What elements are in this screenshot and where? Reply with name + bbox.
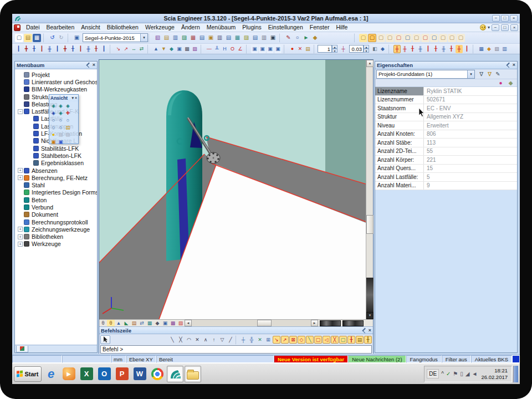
toolbar-icon[interactable]: ▧ xyxy=(154,34,162,42)
scrollbar-thumb[interactable] xyxy=(257,320,272,326)
tree-item[interactable]: Projekt xyxy=(15,71,97,78)
taskbar-item-explorer[interactable] xyxy=(185,366,201,382)
tray-icon[interactable]: ⚑ xyxy=(453,371,458,377)
toolbar-icon[interactable]: ┃ xyxy=(54,45,61,53)
toolbar-icon[interactable]: ▦ xyxy=(233,34,242,42)
mdi-restore-button[interactable]: □ xyxy=(501,24,509,31)
view-tool-icon[interactable]: ○ xyxy=(50,117,57,124)
view-setting-icon[interactable]: ▤ xyxy=(130,320,138,326)
chevron-down-icon[interactable]: ▾ xyxy=(140,34,147,42)
view-tool-icon[interactable]: ○ xyxy=(58,117,64,124)
window-layout-icon[interactable]: ▢ xyxy=(412,34,421,42)
close-button[interactable]: × xyxy=(510,15,518,22)
menu-item[interactable]: Ändern xyxy=(178,23,203,32)
window-layout-icon[interactable]: ▢ xyxy=(421,34,429,42)
window-layout-icon[interactable]: ▢ xyxy=(457,34,465,42)
toolbar-icon[interactable]: ▧ xyxy=(493,45,500,53)
mdi-close-button[interactable]: × xyxy=(510,24,518,31)
menu-item[interactable]: Plugins xyxy=(239,23,264,32)
start-button[interactable]: Start xyxy=(14,366,42,382)
tree-item[interactable]: Beton xyxy=(15,196,97,203)
scroll-right-icon[interactable]: ► xyxy=(311,320,318,326)
tree-item[interactable]: Linienraster und Geschosse xyxy=(15,78,97,85)
nav-preview-box[interactable] xyxy=(320,320,341,326)
geometry-tool-icon[interactable]: Η xyxy=(221,45,228,53)
toolbar-icon[interactable]: ⇄ xyxy=(138,45,145,53)
draw-tool-icon[interactable]: ▽ xyxy=(218,336,226,344)
view-setting-icon[interactable]: ▲ xyxy=(115,320,122,326)
tray-icon[interactable]: ▯ xyxy=(460,371,463,377)
language-indicator[interactable]: DE xyxy=(427,369,439,378)
window-layout-icon[interactable]: ▢ xyxy=(359,34,367,42)
toolbar-icon[interactable]: ▣ xyxy=(267,45,274,53)
taskbar-item-chrome[interactable] xyxy=(149,366,166,382)
toolbar-icon[interactable]: ▣ xyxy=(251,45,258,53)
toolbar-icon[interactable]: ▼ xyxy=(160,45,167,53)
beam-tool-icon[interactable]: ╂ xyxy=(432,45,439,53)
toolbar-icon[interactable]: ↗ xyxy=(122,45,130,53)
scale-spinner[interactable]: 1▲▼ xyxy=(318,45,337,53)
draw-tool-icon[interactable]: ◠ xyxy=(185,336,193,344)
geometry-tool-icon[interactable]: ╨ xyxy=(213,45,221,53)
menubaum-panel-titlebar[interactable]: Menübaum × xyxy=(15,62,97,69)
close-icon[interactable]: × xyxy=(75,96,77,100)
toolbar-icon[interactable]: ● xyxy=(289,45,296,53)
property-value[interactable]: 113 xyxy=(424,140,517,146)
beam-tool-icon[interactable]: ╂ xyxy=(409,45,416,53)
toolbar-icon[interactable]: ◆ xyxy=(485,45,493,53)
view-tool-icon[interactable]: ◈ xyxy=(50,110,57,116)
menu-item[interactable]: Ansicht xyxy=(78,23,103,32)
beam-tool-icon[interactable]: ┃ xyxy=(463,45,470,53)
pin-icon[interactable] xyxy=(506,63,511,68)
display-option-icon[interactable]: ● xyxy=(497,79,505,87)
toolbar-icon[interactable]: ▦ xyxy=(478,45,485,53)
status-badge[interactable]: Fangmodus xyxy=(406,355,442,363)
toolbar-icon[interactable]: ╂ xyxy=(30,45,38,53)
horizontal-scrollbar[interactable]: ◄ ► xyxy=(185,320,318,327)
draw-tool-icon[interactable]: ╳ xyxy=(177,336,185,344)
filter-icon[interactable]: ✎ xyxy=(494,70,502,78)
toolbar-icon[interactable]: ▲ xyxy=(152,45,160,53)
beam-tool-icon[interactable]: ╂ xyxy=(448,45,455,53)
property-value[interactable]: 55 xyxy=(424,148,517,154)
tree-item[interactable]: + Zeichnungswerkzeuge xyxy=(15,226,97,233)
tray-icon[interactable]: ◄ xyxy=(472,371,478,377)
property-value[interactable]: 9 xyxy=(424,182,517,188)
window-layout-icon[interactable]: ▢ xyxy=(386,34,394,42)
menu-item[interactable]: Hilfe xyxy=(332,23,351,32)
toolbar-icon[interactable]: ► xyxy=(302,34,310,42)
draw-tool-icon[interactable]: ∧ xyxy=(202,336,209,344)
toolbar-icon[interactable]: ▨ xyxy=(191,45,198,53)
toolbar-icon[interactable]: ↘ xyxy=(115,45,122,53)
tree-expander[interactable]: + xyxy=(18,242,23,247)
toolbar-icon[interactable]: ▣ xyxy=(73,34,81,42)
menu-item[interactable]: Werkzeuge xyxy=(142,23,178,32)
viewport-canvas[interactable]: ▲ ▼ θθ▲◣▤⇄▦◆▣▩▨ ◄ ► xyxy=(99,60,373,319)
view-tool-icon[interactable]: ○ xyxy=(50,124,57,131)
toolbar-icon[interactable]: ┃ xyxy=(15,45,22,53)
toolbar-icon[interactable]: ▦ xyxy=(33,34,41,42)
toolbar-icon[interactable]: ▥ xyxy=(260,34,268,42)
view-tool-icon[interactable]: ◈ xyxy=(58,103,64,109)
property-value[interactable]: 221 xyxy=(424,157,517,163)
project-combo[interactable]: Segel-4-Punkte-2015▾ xyxy=(83,33,148,42)
scroll-left-icon[interactable]: ◄ xyxy=(185,320,192,326)
scrollbar-thumb[interactable] xyxy=(366,215,374,234)
toolbar-icon[interactable]: ◧ xyxy=(371,45,378,53)
chevron-down-icon[interactable]: ▾ xyxy=(488,25,490,30)
feedback-smiley-icon[interactable] xyxy=(480,24,486,30)
menu-item[interactable]: Bibliotheken xyxy=(104,23,142,32)
beam-tool-icon[interactable]: ╫ xyxy=(417,45,424,53)
view-tool-icon[interactable]: ◈ xyxy=(58,110,64,116)
snap-mode-icon[interactable]: ╂ xyxy=(364,336,372,344)
tree-item[interactable]: + Bibliotheken xyxy=(15,233,97,241)
tree-expander[interactable]: + xyxy=(18,234,23,239)
scroll-up-icon[interactable]: ▲ xyxy=(366,60,374,67)
geometry-tool-icon[interactable]: O xyxy=(229,45,236,53)
snap-mode-icon[interactable]: ↗ xyxy=(281,336,289,344)
filter-icon[interactable]: ∇ xyxy=(485,70,494,78)
draw-tool-icon[interactable]: ↑ xyxy=(210,336,218,344)
befehlszeile-titlebar[interactable]: Befehlszeile × xyxy=(99,327,373,334)
property-row[interactable]: Lizenzname Ryklin STATIK xyxy=(375,87,517,96)
beam-tool-icon[interactable]: ╫ xyxy=(401,45,408,53)
